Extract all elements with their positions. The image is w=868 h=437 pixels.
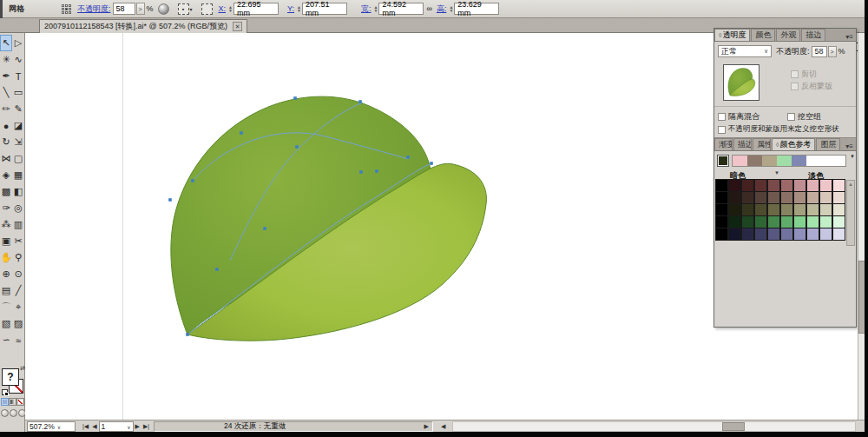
hand-tool[interactable]: ✋ xyxy=(0,249,12,266)
color-swatch[interactable] xyxy=(780,228,793,241)
y-input[interactable]: 207.51 mm xyxy=(302,3,347,15)
anchor-point[interactable] xyxy=(263,227,266,230)
color-swatch[interactable] xyxy=(767,203,780,216)
last-artboard-button[interactable]: ▶| xyxy=(141,423,151,430)
color-swatch[interactable] xyxy=(741,203,754,216)
color-swatch[interactable] xyxy=(832,203,845,216)
color-button[interactable] xyxy=(1,398,9,406)
pencil-tool[interactable]: ✎ xyxy=(12,101,24,117)
align-options-icon[interactable] xyxy=(201,3,213,15)
anchor-point[interactable] xyxy=(191,179,194,182)
color-swatch[interactable] xyxy=(832,215,845,228)
live-paint-tool[interactable]: ⊕ xyxy=(0,266,12,282)
opacity-input[interactable]: 58 xyxy=(113,3,135,15)
width-input[interactable]: 24.592 mm xyxy=(378,3,424,15)
color-swatch[interactable] xyxy=(806,203,819,216)
anchor-point[interactable] xyxy=(168,198,172,202)
color-swatch[interactable] xyxy=(728,203,741,216)
color-swatch[interactable] xyxy=(806,215,819,228)
width-tool[interactable]: ⋈ xyxy=(0,150,12,167)
live-paint-selection-tool[interactable]: ⊙ xyxy=(12,266,24,282)
clip-checkbox[interactable]: 剪切 xyxy=(791,69,817,80)
panel-menu-icon[interactable]: ▾≡ xyxy=(843,33,856,41)
tab-color-guide[interactable]: ◊颜色参考 xyxy=(772,138,815,150)
invert-mask-checkbox[interactable]: 反相蒙版 xyxy=(791,81,832,92)
color-swatch[interactable] xyxy=(780,179,793,192)
y-stepper[interactable]: ▲▼ xyxy=(297,5,301,12)
color-swatch[interactable] xyxy=(780,215,793,228)
leaf-artwork[interactable] xyxy=(130,83,529,352)
zoom-tool[interactable]: ⚲ xyxy=(12,249,24,266)
document-tab[interactable]: 2007910112158543 [转换].ai* @ 507.2% (RGB/… xyxy=(39,19,247,33)
wrinkle-tool[interactable]: ≈ xyxy=(12,332,24,348)
constrain-proportions-icon[interactable]: ∞ xyxy=(426,4,431,13)
color-swatch[interactable] xyxy=(754,203,767,216)
color-swatch[interactable] xyxy=(741,228,754,241)
color-swatch[interactable] xyxy=(754,228,767,241)
arc-tool[interactable]: ⌒ xyxy=(0,299,12,315)
y-link[interactable]: Y: xyxy=(287,4,294,13)
anchor-point[interactable] xyxy=(186,333,189,336)
tab-attributes[interactable]: 属性 xyxy=(753,138,771,150)
next-artboard-button[interactable]: ▶ xyxy=(134,423,141,430)
shape-builder-tool[interactable]: ◈ xyxy=(0,167,12,183)
height-link[interactable]: 高: xyxy=(437,3,447,15)
harmony-color-swatch[interactable] xyxy=(762,156,777,166)
scroll-left-icon[interactable]: ◀ xyxy=(439,423,447,430)
define-knockout-checkbox[interactable]: 不透明度和蒙版用来定义挖空形状 xyxy=(718,124,839,135)
color-swatch[interactable] xyxy=(832,191,845,204)
color-swatch[interactable] xyxy=(767,179,780,192)
panel-opacity-input[interactable]: 58 xyxy=(812,46,827,57)
selection-tool[interactable]: ↖ xyxy=(0,35,12,51)
artboard-number-select[interactable]: 1∨ xyxy=(99,421,134,432)
direct-selection-tool[interactable]: ▷ xyxy=(12,35,24,51)
color-swatch[interactable] xyxy=(806,191,819,204)
zoom-level-select[interactable]: 507.2%∨ xyxy=(27,421,76,432)
style-sphere-icon[interactable] xyxy=(158,3,169,15)
anchor-point[interactable] xyxy=(293,96,297,100)
color-swatch[interactable] xyxy=(819,215,832,228)
panel-menu-icon[interactable]: ▾≡ xyxy=(843,142,856,150)
reference-point-icon[interactable] xyxy=(62,4,71,14)
document-close-icon[interactable]: ✕ xyxy=(233,22,242,31)
color-swatch[interactable] xyxy=(819,228,832,241)
anchor-point[interactable] xyxy=(295,145,299,149)
opacity-link[interactable]: 不透明度: xyxy=(77,3,111,15)
x-stepper[interactable]: ▲▼ xyxy=(228,5,233,12)
anchor-point[interactable] xyxy=(215,268,219,271)
fill-color-box[interactable]: ? xyxy=(2,368,19,386)
type-tool[interactable]: T xyxy=(12,68,24,84)
tab-stroke-2[interactable]: 描边 xyxy=(733,138,752,150)
screen-mode-full-menu-button[interactable] xyxy=(10,409,17,417)
symbol-sprayer-tool[interactable]: ⁂ xyxy=(0,216,12,233)
blend-mode-select[interactable]: 正常 ∨ xyxy=(718,45,772,57)
measure-tool[interactable]: ⌖ xyxy=(12,299,24,315)
scale-tool[interactable]: ⇲ xyxy=(12,134,24,150)
color-swatch[interactable] xyxy=(832,179,845,192)
mesh-tool[interactable]: ▩ xyxy=(0,183,12,200)
height-stepper[interactable]: ▲▼ xyxy=(449,5,453,12)
anchor-point[interactable] xyxy=(430,162,433,165)
tab-layers[interactable]: 图层 xyxy=(816,138,840,150)
color-swatch[interactable] xyxy=(741,191,754,204)
color-swatch[interactable] xyxy=(793,203,806,216)
color-swatch[interactable] xyxy=(806,179,819,192)
tab-appearance[interactable]: 外观 xyxy=(776,29,800,41)
eraser-tool[interactable]: ◪ xyxy=(12,117,24,134)
isolate-blending-checkbox[interactable]: 隔离混合 xyxy=(718,111,760,122)
anchor-point[interactable] xyxy=(406,156,410,159)
color-swatch[interactable] xyxy=(715,179,728,192)
color-swatch[interactable] xyxy=(715,191,728,204)
color-swatch[interactable] xyxy=(819,203,832,216)
none-button[interactable] xyxy=(16,398,24,406)
color-swatch[interactable] xyxy=(819,179,832,192)
prev-artboard-button[interactable]: ◀ xyxy=(90,423,98,430)
default-fill-stroke-icon[interactable] xyxy=(2,389,8,395)
color-swatch[interactable] xyxy=(715,203,728,216)
page-tool[interactable]: ▧ xyxy=(0,315,12,332)
swap-fill-stroke-icon[interactable]: ⇄ xyxy=(20,365,25,372)
color-swatch[interactable] xyxy=(728,228,741,241)
color-swatch[interactable] xyxy=(767,215,780,228)
slice-tool[interactable]: ✂ xyxy=(12,233,24,249)
gradient-button[interactable] xyxy=(9,398,16,406)
